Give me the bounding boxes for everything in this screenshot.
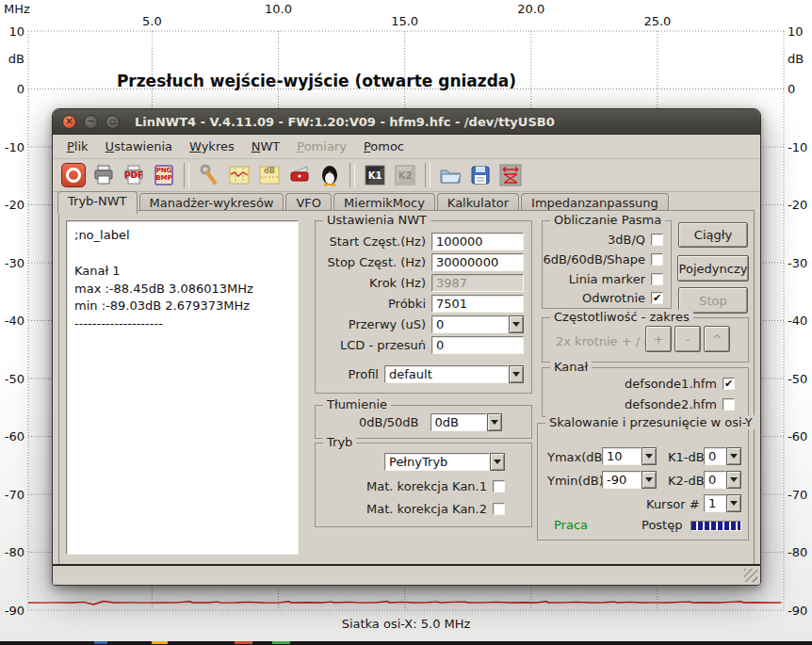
lcd-przesun-input[interactable] xyxy=(431,336,524,354)
korekcja-kan1-checkbox[interactable] xyxy=(493,480,505,492)
attenuator-combo[interactable]: 0dB xyxy=(430,413,502,431)
svg-text:-90: -90 xyxy=(5,604,24,618)
pojedynczy-button[interactable]: Pojedynczy xyxy=(677,255,749,282)
minimize-button[interactable]: − xyxy=(84,115,98,129)
przerwy-combo[interactable]: 0 xyxy=(431,315,524,333)
freq-plus-button[interactable]: + xyxy=(645,326,672,352)
db-scale-icon[interactable]: dB xyxy=(256,162,283,188)
6db-60db-shape-checkbox[interactable] xyxy=(651,253,663,266)
k2-db-combo[interactable]: 0 xyxy=(704,471,741,489)
k1-channel-icon[interactable]: K1 xyxy=(362,162,388,188)
titlebar[interactable]: × − ▫ LinNWT4 - V.4.11.09 - FW:1.20:V09 … xyxy=(53,109,760,135)
svg-text:-40: -40 xyxy=(788,314,807,328)
freq-minus-button[interactable]: - xyxy=(674,326,701,352)
measurement-info-panel[interactable]: ;no_label Kanał 1 max :-88.45dB 3.086013… xyxy=(66,220,299,555)
menu-pomiary[interactable]: Pomiary xyxy=(288,137,355,156)
menu-ustawienia[interactable]: Ustawienia xyxy=(97,137,181,156)
svg-text:-80: -80 xyxy=(788,545,807,559)
tux-linux-icon[interactable] xyxy=(317,162,343,188)
3db-q-checkbox[interactable] xyxy=(651,234,663,246)
chevron-down-icon xyxy=(726,494,741,512)
svg-text:-20: -20 xyxy=(5,198,24,212)
k2-channel-icon[interactable]: K2 xyxy=(392,162,418,188)
settings-wrench-icon[interactable] xyxy=(196,162,222,188)
ymin-label: Ymin(dB) xyxy=(547,474,604,488)
defsonde2-checkbox[interactable] xyxy=(723,398,735,411)
svg-text:-50: -50 xyxy=(788,372,807,386)
taskbar-icon-orange xyxy=(152,641,168,644)
korekcja-kan2-checkbox[interactable] xyxy=(493,503,505,515)
svg-text:Przesłuch wejście-wyjście (otw: Przesłuch wejście-wyjście (otwarte gniaz… xyxy=(117,72,516,90)
linia-marker-checkbox[interactable] xyxy=(651,273,663,285)
start-freq-label: Start Częst.(Hz) xyxy=(321,234,426,249)
toolbar-separator xyxy=(425,163,430,187)
chevron-down-icon xyxy=(487,413,502,431)
sweep-range-icon[interactable] xyxy=(497,162,524,188)
svg-text:15.0: 15.0 xyxy=(391,14,418,28)
chevron-down-icon xyxy=(641,447,657,465)
praca-status: Praca xyxy=(554,518,588,532)
resize-grip[interactable] xyxy=(744,569,757,582)
close-button[interactable]: × xyxy=(62,115,76,129)
svg-text:0: 0 xyxy=(788,82,795,96)
svg-text:-60: -60 xyxy=(5,429,24,443)
profil-combo[interactable]: default xyxy=(384,365,524,383)
menu-bar: Plik Ustawienia Wykres NWT Pomiary Pomoc xyxy=(53,135,760,159)
print-pdf-icon[interactable]: PDF xyxy=(121,162,147,188)
freq-caret-button[interactable]: ^ xyxy=(704,326,730,352)
kursor-combo[interactable]: 1 xyxy=(704,494,741,512)
group-title: Obliczanie Pasma xyxy=(550,213,665,227)
svg-text:-60: -60 xyxy=(788,429,807,443)
ymin-combo[interactable]: -90 xyxy=(602,471,657,489)
postep-label: Postęp xyxy=(641,518,682,532)
start-freq-input[interactable] xyxy=(431,233,524,250)
tryb-combo[interactable]: PełnyTryb xyxy=(384,453,505,471)
group-obliczanie-pasma: Obliczanie Pasma 3dB/Q 6dB/60dB/Shape Li… xyxy=(542,220,672,309)
open-folder-icon[interactable] xyxy=(437,162,463,188)
menu-nwt[interactable]: NWT xyxy=(243,137,289,156)
sweep-curve-settings-icon[interactable] xyxy=(226,162,252,188)
chevron-down-icon xyxy=(726,447,741,465)
zakres-label: 2x krotnie + / - xyxy=(556,334,648,348)
group-title: Tryb xyxy=(323,435,356,449)
defsonde2-label: defsonde2.hfm xyxy=(625,397,717,411)
group-ustawienia-nwt: Ustawienia NWT Start Częst.(Hz) Stop Czę… xyxy=(315,220,532,394)
profil-label: Profil xyxy=(321,367,379,381)
menu-plik[interactable]: Plik xyxy=(58,137,97,156)
svg-text:-10: -10 xyxy=(788,140,807,154)
korekcja-kan2-label: Mat. korekcja Kan.2 xyxy=(366,502,487,516)
export-png-bmp-icon[interactable]: PNG BMP xyxy=(151,162,177,188)
x-grid-footer: Siatka osi-X: 5.0 MHz xyxy=(0,617,812,631)
save-icon[interactable] xyxy=(467,162,494,188)
menu-pomoc[interactable]: Pomoc xyxy=(355,137,413,156)
ciagly-button[interactable]: Ciągły xyxy=(678,222,748,248)
power-off-icon[interactable] xyxy=(60,162,87,188)
tab-tryb-nwt[interactable]: Tryb-NWT xyxy=(57,191,138,214)
probki-input[interactable] xyxy=(431,295,524,313)
desktop: 101000-10-10-20-20-30-30-40-40-50-50-60-… xyxy=(0,0,812,645)
chevron-down-icon xyxy=(490,453,505,471)
attenuator-label: 0dB/50dB xyxy=(359,415,419,429)
taskbar-icon-green xyxy=(272,641,290,644)
stop-freq-input[interactable] xyxy=(431,253,524,271)
taskbar-icon-red xyxy=(235,641,252,644)
group-title: Kanał xyxy=(550,360,592,374)
chevron-down-icon xyxy=(726,471,741,489)
chevron-down-icon xyxy=(509,315,524,333)
ymax-combo[interactable]: 10 xyxy=(602,447,657,465)
k1-db-label: K1-dB xyxy=(668,450,705,464)
menu-wykres[interactable]: Wykres xyxy=(181,137,243,156)
odwrotnie-checkbox[interactable] xyxy=(651,292,663,304)
tools-knife-icon[interactable] xyxy=(286,162,313,188)
svg-text:25.0: 25.0 xyxy=(643,14,671,28)
print-icon[interactable] xyxy=(90,162,117,188)
maximize-button[interactable]: ▫ xyxy=(106,115,120,129)
k1-db-combo[interactable]: 0 xyxy=(704,447,741,465)
defsonde1-checkbox[interactable] xyxy=(723,378,735,390)
progress-bar xyxy=(690,521,741,531)
6db-60db-shape-label: 6dB/60dB/Shape xyxy=(543,252,645,266)
group-skalowanie: Skalowanie i przesunięcie w osi-Y Ymax(d… xyxy=(537,423,749,540)
svg-text:10.0: 10.0 xyxy=(265,2,292,16)
group-title: Skalowanie i przesunięcie w osi-Y xyxy=(545,415,756,429)
tab-content: ;no_label Kanał 1 max :-88.45dB 3.086013… xyxy=(58,210,755,566)
